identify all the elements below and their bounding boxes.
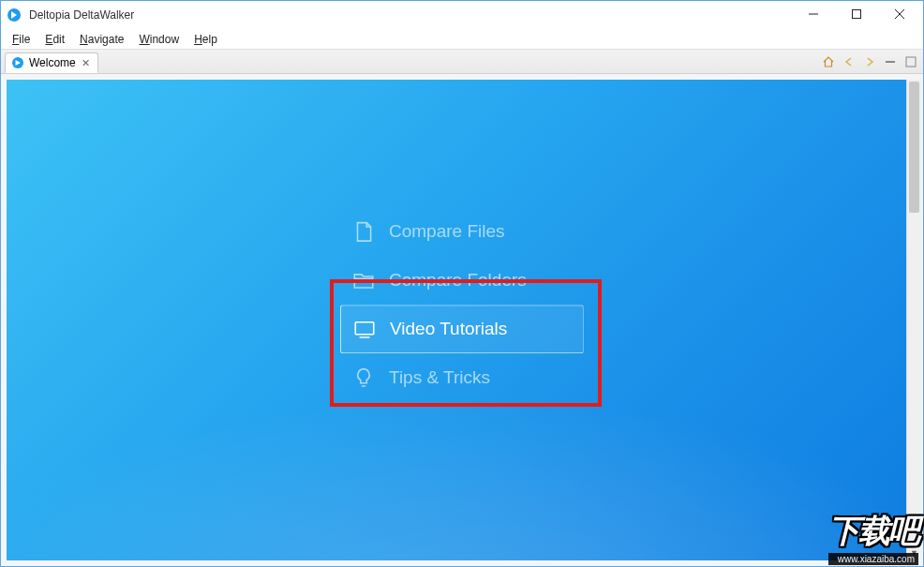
menu-edit[interactable]: Edit — [37, 31, 72, 48]
folder-icon — [351, 268, 376, 292]
menubar: File Edit Navigate Window Help — [1, 29, 923, 50]
welcome-view: Compare Files Compare Folders Video Tuto… — [3, 76, 921, 564]
watermark: 下载吧 www.xiazaiba.com — [828, 510, 918, 565]
welcome-item-tips-tricks[interactable]: Tips & Tricks — [340, 353, 584, 402]
tab-welcome[interactable]: Welcome ✕ — [5, 52, 98, 73]
tab-welcome-label: Welcome — [29, 56, 76, 69]
forward-arrow-icon[interactable] — [861, 53, 878, 70]
tab-close-button[interactable]: ✕ — [81, 57, 92, 68]
welcome-item-label: Video Tutorials — [390, 319, 507, 339]
watermark-url: www.xiazaiba.com — [828, 553, 918, 565]
tab-welcome-icon — [11, 56, 24, 69]
minimize-view-icon[interactable] — [882, 53, 899, 70]
watermark-text: 下载吧 — [828, 510, 918, 553]
menu-navigate-label: avigate — [88, 33, 125, 46]
window-title: Deltopia DeltaWalker — [29, 8, 792, 22]
scrollbar-thumb[interactable] — [909, 82, 919, 213]
titlebar: Deltopia DeltaWalker — [1, 1, 923, 29]
menu-help-label: elp — [202, 33, 217, 46]
vertical-scrollbar[interactable]: ▲ ▼ — [906, 80, 921, 560]
menu-window-label: indow — [150, 33, 179, 46]
menu-help[interactable]: Help — [186, 31, 225, 48]
welcome-item-label: Compare Files — [389, 221, 505, 242]
home-icon[interactable] — [820, 53, 837, 70]
window-close-button[interactable] — [878, 1, 921, 27]
app-logo-icon — [7, 7, 22, 22]
lightbulb-icon — [351, 366, 376, 390]
monitor-icon — [352, 317, 377, 341]
welcome-item-label: Tips & Tricks — [389, 367, 490, 388]
welcome-item-video-tutorials[interactable]: Video Tutorials — [340, 305, 584, 353]
window-maximize-button[interactable] — [835, 1, 878, 27]
back-arrow-icon[interactable] — [841, 53, 857, 70]
welcome-item-compare-files[interactable]: Compare Files — [340, 207, 584, 256]
menu-file[interactable]: File — [5, 31, 37, 48]
menu-window[interactable]: Window — [131, 31, 186, 48]
tab-strip: Welcome ✕ — [1, 50, 923, 74]
welcome-item-compare-folders[interactable]: Compare Folders — [340, 256, 584, 305]
welcome-item-label: Compare Folders — [389, 270, 527, 291]
svg-rect-2 — [853, 10, 861, 19]
menu-edit-label: dit — [52, 33, 65, 46]
svg-rect-8 — [355, 321, 374, 334]
svg-rect-6 — [886, 61, 895, 63]
maximize-view-icon[interactable] — [902, 53, 919, 70]
window-minimize-button[interactable] — [792, 1, 835, 27]
file-icon — [351, 219, 376, 244]
menu-navigate[interactable]: Navigate — [72, 31, 131, 48]
svg-rect-7 — [906, 57, 916, 67]
menu-file-label: ile — [19, 33, 30, 46]
